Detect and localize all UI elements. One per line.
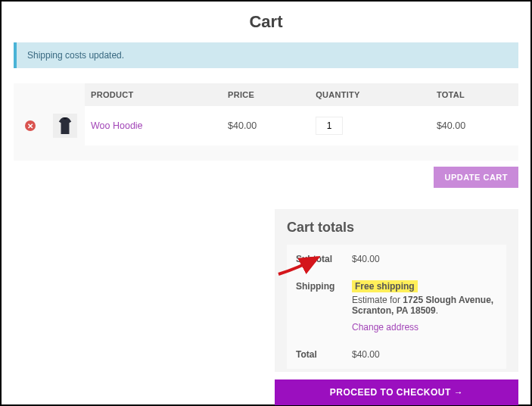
total-value: $40.00	[344, 342, 505, 367]
hoodie-icon	[57, 116, 73, 136]
col-product: PRODUCT	[85, 83, 222, 106]
shipping-method: Free shipping	[352, 280, 418, 292]
col-quantity: QUANTITY	[310, 83, 431, 106]
notice-text: Shipping costs updated.	[27, 50, 124, 61]
item-total: $40.00	[431, 106, 518, 145]
proceed-to-checkout-button[interactable]: PROCEED TO CHECKOUT →	[275, 379, 518, 405]
change-address-link[interactable]: Change address	[352, 322, 418, 333]
cart-totals-panel: Cart totals Subtotal $40.00 Shipping Fre…	[275, 209, 518, 372]
estimate-prefix: Estimate for	[352, 295, 403, 305]
remove-item-button[interactable]: ✕	[25, 120, 36, 131]
subtotal-value: $40.00	[344, 246, 505, 272]
shipping-notice: Shipping costs updated.	[14, 42, 518, 68]
page-title: Cart	[14, 12, 518, 32]
total-label: Total	[288, 342, 343, 367]
product-thumbnail[interactable]	[53, 114, 77, 138]
update-cart-button[interactable]: UPDATE CART	[434, 167, 518, 188]
item-price: $40.00	[222, 106, 310, 145]
quantity-input[interactable]	[316, 117, 343, 135]
shipping-label: Shipping	[288, 273, 343, 340]
cart-table: PRODUCT PRICE QUANTITY TOTAL ✕ Woo Hoodi…	[14, 83, 518, 161]
totals-title: Cart totals	[287, 220, 506, 236]
col-price: PRICE	[222, 83, 310, 106]
table-row: ✕ Woo Hoodie $40.00 $40.00	[14, 106, 518, 145]
shipping-estimate: Estimate for 1725 Slough Avenue, Scranto…	[352, 295, 497, 316]
subtotal-label: Subtotal	[288, 246, 343, 272]
address-suffix: .	[436, 305, 438, 316]
product-link[interactable]: Woo Hoodie	[91, 120, 143, 131]
col-total: TOTAL	[431, 83, 518, 106]
